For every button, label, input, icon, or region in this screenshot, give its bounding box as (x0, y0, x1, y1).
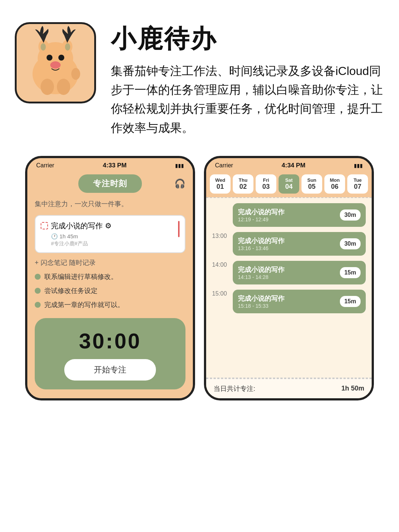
day-fri-name: Fri (263, 177, 269, 183)
app-title: 小鹿待办 (111, 22, 384, 56)
time-row-1: 完成小说的写作 12:19 - 12:49 30m (212, 203, 366, 227)
event-duration-2: 30m (340, 238, 361, 249)
day-sun-num: 05 (308, 183, 316, 191)
event-time-2: 13:16 - 13:46 (238, 245, 284, 251)
phone2: Carrier 4:34 PM ▮▮▮ Wed 01 Thu 02 Fri 03 (204, 156, 374, 400)
phone1-content: 专注时刻 🎧 集中注意力，一次只做一件事。 完成小说的写作 ⚙ 🕐 1h 45m… (27, 171, 193, 398)
phone1-carrier: Carrier (36, 162, 54, 169)
event-card-4[interactable]: 完成小说的写作 15:18 - 15:33 15m (233, 290, 366, 313)
day-mon[interactable]: Mon 06 (324, 174, 345, 194)
event-time-4: 15:18 - 15:33 (238, 303, 284, 309)
task-tags: #专注小鹿#产品 (51, 241, 180, 247)
todo-item-1[interactable]: 联系编辑进行草稿修改。 (35, 272, 185, 281)
todo-text-3: 完成第一章的写作就可以。 (44, 300, 124, 309)
event-name-3: 完成小说的写作 (238, 265, 284, 274)
phone2-content: Wed 01 Thu 02 Fri 03 Sat 04 Sun 05 (206, 171, 372, 398)
timeline-events-4: 完成小说的写作 15:18 - 15:33 15m (233, 290, 366, 313)
app-icon (15, 22, 96, 103)
day-tue-name: Tue (354, 177, 362, 183)
task-time: 1h 45m (59, 233, 78, 239)
time-row-4: 15:00 完成小说的写作 15:18 - 15:33 15m (212, 290, 366, 313)
summary-label: 当日共计专注: (214, 384, 255, 393)
todo-text-1: 联系编辑进行草稿修改。 (44, 272, 117, 281)
start-focus-button[interactable]: 开始专注 (64, 359, 156, 381)
timeline-events-2: 完成小说的写作 13:16 - 13:46 30m (233, 232, 366, 256)
day-wed-name: Wed (215, 177, 225, 183)
event-time-3: 14:13 - 14:28 (238, 274, 284, 280)
task-meta: 🕐 1h 45m (51, 233, 180, 240)
headphone-icon: 🎧 (174, 178, 185, 189)
task-name-row: 完成小说的写作 ⚙ (41, 221, 180, 231)
timeline-events-1: 完成小说的写作 12:19 - 12:49 30m (233, 203, 366, 227)
svg-point-4 (47, 55, 52, 61)
task-name: 完成小说的写作 ⚙ (51, 221, 112, 231)
event-info-3: 完成小说的写作 14:13 - 14:28 (238, 265, 284, 280)
todo-dot-1 (35, 274, 41, 280)
timeline-events-3: 完成小说的写作 14:13 - 14:28 15m (233, 261, 366, 284)
timer-display: 30:00 (79, 328, 141, 353)
day-sat-num: 04 (285, 183, 293, 191)
todo-dot-3 (35, 302, 41, 308)
event-name-2: 完成小说的写作 (238, 236, 284, 245)
day-wed[interactable]: Wed 01 (210, 174, 231, 194)
event-info-4: 完成小说的写作 15:18 - 15:33 (238, 294, 284, 309)
quick-note[interactable]: + 闪念笔记 随时记录 (35, 258, 185, 267)
focus-header: 专注时刻 🎧 (35, 174, 185, 193)
time-label-4: 15:00 (212, 290, 229, 297)
svg-point-5 (58, 55, 64, 61)
event-duration-4: 15m (340, 296, 361, 307)
app-description: 集番茄钟专注工作法、时间线记录及多设备iCloud同步于一体的任务管理应用，辅以… (111, 62, 384, 137)
day-sat-name: Sat (285, 177, 293, 183)
day-wed-num: 01 (216, 183, 224, 191)
current-task-card[interactable]: 完成小说的写作 ⚙ 🕐 1h 45m #专注小鹿#产品 (35, 215, 185, 253)
event-duration-3: 15m (340, 267, 361, 278)
clock-icon: 🕐 (51, 233, 58, 240)
event-card-2[interactable]: 完成小说的写作 13:16 - 13:46 30m (233, 232, 366, 256)
event-name-4: 完成小说的写作 (238, 294, 284, 303)
day-thu[interactable]: Thu 02 (233, 174, 253, 194)
day-fri-num: 03 (262, 183, 270, 191)
day-tue[interactable]: Tue 07 (347, 174, 368, 194)
task-red-bar (178, 221, 180, 237)
time-row-3: 14:00 完成小说的写作 14:13 - 14:28 15m (212, 261, 366, 284)
event-card-1[interactable]: 完成小说的写作 12:19 - 12:49 30m (233, 203, 366, 227)
time-row-2: 13:00 完成小说的写作 13:16 - 13:46 30m (212, 232, 366, 256)
day-tue-num: 07 (354, 183, 361, 191)
phone1-time: 4:33 PM (103, 162, 126, 169)
event-info-2: 完成小说的写作 13:16 - 13:46 (238, 236, 284, 251)
phone1: Carrier 4:33 PM ▮▮▮ 专注时刻 🎧 集中注意力，一次只做一件事… (25, 156, 195, 400)
day-mon-num: 06 (331, 183, 338, 191)
svg-point-8 (65, 43, 70, 51)
focus-title-button[interactable]: 专注时刻 (78, 174, 142, 193)
phone2-time: 4:34 PM (282, 162, 305, 169)
summary-bar: 当日共计专注: 1h 50m (206, 378, 372, 398)
todo-dot-2 (35, 288, 41, 294)
todo-item-2[interactable]: 尝试修改任务设定 (35, 286, 185, 295)
week-header: Wed 01 Thu 02 Fri 03 Sat 04 Sun 05 (206, 171, 372, 197)
day-sat-active[interactable]: Sat 04 (279, 174, 299, 194)
time-label-1 (212, 203, 229, 204)
event-time-1: 12:19 - 12:49 (238, 216, 284, 222)
event-name-1: 完成小说的写作 (238, 208, 284, 216)
todo-item-3[interactable]: 完成第一章的写作就可以。 (35, 300, 185, 309)
day-thu-num: 02 (239, 183, 247, 191)
event-info-1: 完成小说的写作 12:19 - 12:49 (238, 208, 284, 222)
svg-point-11 (57, 79, 70, 95)
day-mon-name: Mon (330, 177, 340, 183)
phone2-status-icons: ▮▮▮ (354, 163, 363, 168)
hero-text: 小鹿待办 集番茄钟专注工作法、时间线记录及多设备iCloud同步于一体的任务管理… (111, 22, 384, 137)
timer-section: 30:00 开始专注 (35, 318, 185, 389)
task-checkbox (41, 222, 48, 229)
phone1-status-icons: ▮▮▮ (175, 163, 184, 168)
day-sun[interactable]: Sun 05 (301, 174, 322, 194)
phone1-status-bar: Carrier 4:33 PM ▮▮▮ (27, 158, 193, 171)
time-label-3: 14:00 (212, 261, 229, 268)
day-thu-name: Thu (239, 177, 248, 183)
phones-section: Carrier 4:33 PM ▮▮▮ 专注时刻 🎧 集中注意力，一次只做一件事… (15, 156, 384, 400)
day-fri[interactable]: Fri 03 (256, 174, 276, 194)
svg-point-9 (71, 68, 80, 80)
day-sun-name: Sun (307, 177, 317, 183)
svg-point-10 (41, 79, 54, 95)
event-duration-1: 30m (340, 209, 361, 221)
event-card-3[interactable]: 完成小说的写作 14:13 - 14:28 15m (233, 261, 366, 284)
